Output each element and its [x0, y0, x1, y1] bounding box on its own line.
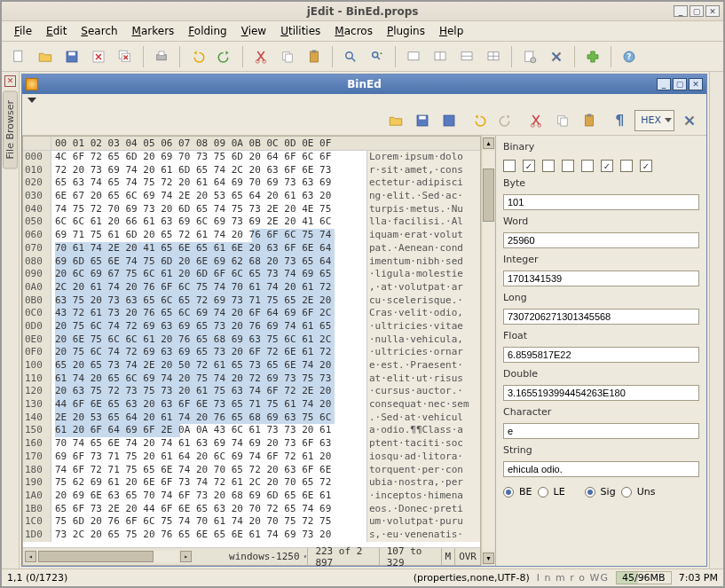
hex-row[interactable]: 0B063 75 20 73 63 65 6C 65 72 69 73 71 7…	[23, 294, 480, 308]
new-file-button[interactable]	[7, 45, 30, 68]
hex-row[interactable]: 12020 63 75 72 73 75 73 20 61 75 63 74 6…	[23, 385, 480, 398]
hex-row[interactable]: 0C043 72 61 73 20 76 65 6C 69 74 20 6F 6…	[23, 307, 480, 320]
bit-2[interactable]	[542, 160, 555, 172]
paste-icon[interactable]	[578, 109, 601, 132]
scroll-up-button[interactable]: ▴	[483, 137, 494, 149]
minimize-button[interactable]: _	[674, 5, 688, 17]
string-field[interactable]	[503, 461, 699, 477]
undo-icon[interactable]	[468, 109, 491, 132]
hex-row[interactable]: 07070 61 74 2E 20 41 65 6E 65 61 6E 20 6…	[23, 242, 480, 255]
print-button[interactable]	[150, 45, 173, 68]
byte-field[interactable]	[503, 194, 699, 210]
cut-button[interactable]	[249, 45, 272, 68]
menu-plugins[interactable]: Plugins	[380, 23, 432, 39]
hex-row[interactable]: 0F020 75 6C 74 72 69 63 69 65 73 20 6F 7…	[23, 346, 480, 359]
bit-1[interactable]: ✓	[523, 160, 535, 172]
copy-icon[interactable]	[551, 109, 574, 132]
save-as-icon[interactable]	[437, 109, 461, 132]
unsplit-button[interactable]	[429, 45, 452, 68]
hex-row[interactable]: 18074 6F 72 71 75 65 6E 74 20 70 65 72 2…	[23, 464, 480, 477]
hex-row[interactable]: 0D020 75 6C 74 72 69 63 69 65 73 20 76 6…	[23, 320, 480, 333]
hex-row[interactable]: 1A020 69 6E 63 65 70 74 6F 73 20 68 69 6…	[23, 490, 480, 503]
mode-ovr[interactable]: OVR	[454, 548, 480, 565]
close-all-button[interactable]	[114, 45, 137, 68]
le-radio[interactable]	[538, 487, 548, 498]
hex-row[interactable]: 0004C 6F 72 65 6D 20 69 70 73 75 6D 20 6…	[23, 151, 480, 164]
cut-icon[interactable]	[524, 109, 548, 132]
hex-row[interactable]: 10065 20 65 73 74 2E 20 50 72 61 65 73 6…	[23, 359, 480, 372]
global-options-button[interactable]	[545, 45, 568, 68]
buffer-props[interactable]: (properties,none,UTF-8)	[414, 572, 530, 584]
new-view-button[interactable]	[402, 45, 425, 68]
close-dock-button[interactable]: ✕	[4, 75, 16, 87]
v-scrollbar[interactable]: ▴ ▾	[481, 136, 495, 566]
hex-row[interactable]: 15061 20 6F 64 69 6F 2E 0A 0A 43 6C 61 7…	[23, 424, 480, 437]
uns-radio[interactable]	[621, 487, 632, 498]
mode-m[interactable]: M	[441, 548, 455, 565]
hex-row[interactable]: 0506C 6C 61 20 66 61 63 69 6C 69 73 69 2…	[23, 216, 480, 229]
word-field[interactable]	[503, 232, 699, 248]
menu-file[interactable]: File	[7, 23, 39, 39]
bit-0[interactable]	[503, 160, 516, 172]
hex-row[interactable]: 1402E 20 53 65 64 20 61 74 20 76 65 68 6…	[23, 412, 480, 425]
hex-row[interactable]: 17069 6F 73 71 75 20 61 64 20 6C 69 74 6…	[23, 451, 480, 464]
menu-search[interactable]: Search	[74, 23, 124, 39]
find-next-button[interactable]	[366, 45, 389, 68]
hex-row[interactable]: 19075 62 69 61 20 6E 6F 73 74 72 61 2C 2…	[23, 476, 480, 490]
scroll-left-button[interactable]: ◂	[25, 551, 36, 562]
float-field[interactable]	[503, 347, 699, 363]
integer-field[interactable]	[503, 270, 699, 286]
hex-row[interactable]: 09020 6C 69 67 75 6C 61 20 6D 6F 6C 65 7…	[23, 268, 480, 281]
open-file-button[interactable]	[34, 45, 57, 68]
h-scrollbar[interactable]	[38, 551, 178, 562]
menu-help[interactable]: Help	[432, 23, 470, 39]
hex-row[interactable]: 13044 6F 6E 65 63 20 63 6F 6E 73 65 71 7…	[23, 398, 480, 412]
menu-view[interactable]: View	[234, 23, 273, 39]
find-button[interactable]	[339, 45, 362, 68]
bit-4[interactable]	[581, 160, 594, 172]
bit-6[interactable]	[620, 160, 633, 172]
hex-row[interactable]: 08069 6D 65 6E 74 75 6D 20 6E 69 62 68 2…	[23, 255, 480, 269]
hex-row[interactable]: 16070 74 65 6E 74 20 74 61 63 69 74 69 2…	[23, 437, 480, 451]
save-icon[interactable]	[411, 109, 434, 132]
scroll-right-button[interactable]: ▸	[180, 551, 192, 562]
split-h-button[interactable]	[455, 45, 478, 68]
hex-row[interactable]: 1D073 2C 20 65 75 20 76 65 6E 65 6E 61 7…	[23, 529, 480, 542]
sig-radio[interactable]	[585, 487, 595, 498]
inner-maximize-button[interactable]: ▢	[673, 78, 687, 90]
code-type-dropdown[interactable]: HEX	[634, 110, 674, 131]
hex-row[interactable]: 06069 71 75 61 6D 20 65 72 61 74 20 76 6…	[23, 229, 480, 242]
close-button[interactable]: ✕	[705, 5, 720, 17]
bit-3[interactable]	[562, 160, 574, 172]
double-field[interactable]	[503, 385, 699, 401]
be-radio[interactable]	[503, 487, 514, 498]
bit-5[interactable]: ✓	[601, 160, 613, 172]
bined-menu-dropdown[interactable]	[28, 98, 36, 103]
menu-folding[interactable]: Folding	[181, 23, 233, 39]
file-browser-tab[interactable]: File Browser	[3, 90, 18, 169]
copy-button[interactable]	[276, 45, 299, 68]
paste-button[interactable]	[303, 45, 326, 68]
pilcrow-icon[interactable]: ¶	[608, 109, 631, 132]
redo-icon[interactable]	[494, 109, 517, 132]
hex-row[interactable]: 0E020 6E 75 6C 6C 61 20 76 65 68 69 63 7…	[23, 333, 480, 347]
inner-close-button[interactable]: ✕	[689, 78, 703, 90]
redo-button[interactable]	[213, 45, 236, 68]
open-icon[interactable]	[384, 109, 407, 132]
hex-row[interactable]: 1C075 6D 20 76 6F 6C 75 74 70 61 74 20 7…	[23, 515, 480, 529]
close-file-button[interactable]	[87, 45, 110, 68]
buffer-options-button[interactable]	[518, 45, 541, 68]
save-button[interactable]	[60, 45, 83, 68]
hex-row[interactable]: 01072 20 73 69 74 20 61 6D 65 74 2C 20 6…	[23, 164, 480, 177]
inner-minimize-button[interactable]: _	[657, 78, 671, 90]
hex-row[interactable]: 1B065 6F 73 2E 20 44 6F 6E 65 63 20 70 7…	[23, 503, 480, 516]
hex-row[interactable]: 04074 75 72 70 69 73 20 6D 65 74 75 73 2…	[23, 203, 480, 216]
menu-utilities[interactable]: Utilities	[273, 23, 327, 39]
hex-editor[interactable]: 00 01 02 03 04 05 06 07 08 09 0A 0B 0C 0…	[22, 136, 481, 566]
hex-row[interactable]: 0A02C 20 61 74 20 76 6F 6C 75 74 70 61 7…	[23, 281, 480, 294]
hex-row[interactable]: 02065 63 74 65 74 75 72 20 61 64 69 70 6…	[23, 176, 480, 190]
hex-row[interactable]: 11061 74 20 65 6C 69 74 20 75 74 20 72 6…	[23, 372, 480, 386]
undo-button[interactable]	[186, 45, 209, 68]
help-button[interactable]: ?	[618, 45, 641, 68]
menu-markers[interactable]: Markers	[125, 23, 182, 39]
